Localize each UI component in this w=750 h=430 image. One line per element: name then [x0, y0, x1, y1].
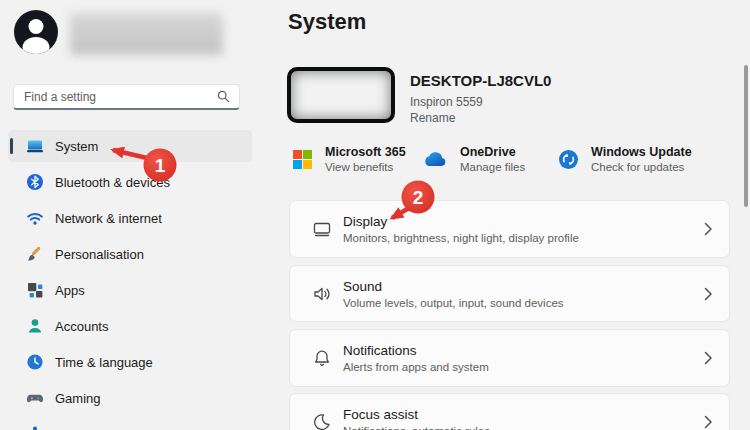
card-title: Sound	[343, 279, 564, 294]
card-title: Focus assist	[343, 407, 490, 422]
chevron-right-icon	[704, 287, 713, 301]
chevron-right-icon	[704, 415, 713, 429]
page-title: System	[288, 9, 366, 35]
microsoft-logo-icon	[293, 150, 312, 169]
card-title: Display	[343, 214, 579, 229]
rename-link[interactable]: Rename	[410, 111, 455, 125]
card-subtitle: Monitors, brightness, night light, displ…	[343, 232, 579, 244]
sidebar-item-label: Time & language	[55, 355, 153, 370]
sidebar-item-gaming[interactable]: Gaming	[8, 382, 252, 414]
card-subtitle: Alerts from apps and system	[343, 361, 489, 373]
card-title: Notifications	[343, 343, 489, 358]
sidebar-item-label: Personalisation	[55, 247, 144, 262]
settings-card-sound[interactable]: Sound Volume levels, output, input, soun…	[289, 265, 730, 322]
onedrive-cloud-icon	[423, 151, 447, 167]
sidebar-item-accessibility[interactable]: Accessibility	[8, 418, 252, 430]
quick-link-onedrive[interactable]: OneDrive Manage files	[423, 142, 525, 176]
quick-link-subtitle: View benefits	[325, 161, 406, 173]
sidebar-item-network-internet[interactable]: Network & internet	[8, 202, 252, 234]
quick-link-title: Microsoft 365	[325, 145, 406, 159]
sidebar-item-label: Apps	[55, 283, 85, 298]
scrollbar-thumb[interactable]	[744, 65, 748, 207]
quick-link-title: OneDrive	[460, 145, 525, 159]
settings-card-display[interactable]: Display Monitors, brightness, night ligh…	[289, 200, 730, 258]
card-subtitle: Volume levels, output, input, sound devi…	[343, 297, 564, 309]
quick-link-microsoft-365[interactable]: Microsoft 365 View benefits	[293, 142, 406, 176]
settings-card-focus-assist[interactable]: Focus assist Notifications, automatic ru…	[289, 393, 730, 430]
search-box[interactable]	[13, 84, 240, 110]
sidebar-item-label: Bluetooth & devices	[55, 175, 170, 190]
quick-link-title: Windows Update	[591, 145, 692, 159]
windows-update-icon	[559, 150, 578, 169]
sidebar-item-time-language[interactable]: Time & language	[8, 346, 252, 378]
person-icon	[26, 317, 44, 335]
device-model: Inspiron 5559	[410, 95, 483, 109]
system-icon	[26, 137, 44, 155]
search-input[interactable]	[14, 85, 217, 108]
sidebar-item-label: Accounts	[55, 319, 108, 334]
focus-assist-moon-icon	[312, 412, 332, 430]
paintbrush-icon	[26, 245, 44, 263]
sidebar-item-label: Network & internet	[55, 211, 162, 226]
chevron-right-icon	[704, 351, 713, 365]
user-avatar[interactable]	[14, 10, 58, 54]
apps-grid-icon	[26, 281, 44, 299]
sidebar-item-label: Accessibility	[55, 427, 126, 430]
settings-card-notifications[interactable]: Notifications Alerts from apps and syste…	[289, 329, 730, 387]
bell-icon	[312, 348, 332, 368]
accessibility-icon	[26, 425, 44, 430]
device-name: DESKTOP-LJ8CVL0	[410, 72, 551, 89]
user-name-redacted	[70, 13, 223, 55]
bluetooth-icon	[26, 173, 44, 191]
chevron-right-icon	[704, 222, 713, 236]
quick-link-subtitle: Manage files	[460, 161, 525, 173]
display-icon	[312, 219, 332, 239]
clock-icon	[26, 353, 44, 371]
quick-link-windows-update[interactable]: Windows Update Check for updates	[559, 142, 692, 176]
sidebar-item-bluetooth-devices[interactable]: Bluetooth & devices	[8, 166, 252, 198]
sidebar-item-label: Gaming	[55, 391, 101, 406]
sidebar-item-system[interactable]: System	[8, 130, 252, 162]
gamepad-icon	[26, 389, 44, 407]
sidebar-item-label: System	[55, 139, 98, 154]
card-subtitle: Notifications, automatic rules	[343, 425, 490, 430]
sidebar-item-accounts[interactable]: Accounts	[8, 310, 252, 342]
person-silhouette-icon	[14, 10, 58, 54]
sidebar-item-apps[interactable]: Apps	[8, 274, 252, 306]
wifi-icon	[26, 209, 44, 227]
settings-window: System Bluetooth & devices Network & int…	[0, 0, 750, 430]
selected-indicator	[10, 138, 13, 154]
quick-link-subtitle: Check for updates	[591, 161, 692, 173]
search-icon	[217, 90, 230, 103]
device-thumbnail	[287, 67, 395, 123]
sidebar-item-personalisation[interactable]: Personalisation	[8, 238, 252, 270]
sound-icon	[312, 284, 332, 304]
